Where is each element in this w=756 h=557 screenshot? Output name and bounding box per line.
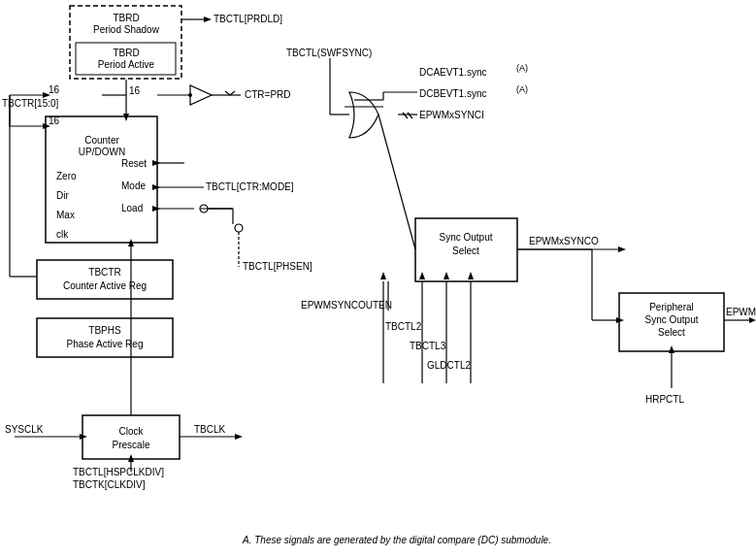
tbctr-signal: TBCTR[15:0] xyxy=(2,98,59,109)
svg-rect-5 xyxy=(37,260,173,299)
diagram-svg: TBRD Period Shadow TBRD Period Active TB… xyxy=(0,0,756,557)
tbphs-sublabel: Phase Active Reg xyxy=(67,339,144,349)
tbrd-active-sublabel: Period Active xyxy=(98,59,155,70)
dcaevt1-label: DCAEVT1.sync xyxy=(419,67,486,78)
reset-label: Reset xyxy=(121,158,147,169)
dcbevt1-superscript: (A) xyxy=(516,84,528,94)
periph-sync-sublabel2: Select xyxy=(658,327,685,338)
svg-line-32 xyxy=(378,115,415,249)
svg-rect-6 xyxy=(37,318,173,357)
svg-marker-51 xyxy=(749,317,756,323)
tbrd-active-label: TBRD xyxy=(113,48,139,58)
zero-label: Zero xyxy=(56,171,77,181)
tbctl3-label: TBCTL3 xyxy=(410,341,446,351)
svg-marker-57 xyxy=(616,317,624,323)
ctrmode-label: TBCTL[CTR:MODE] xyxy=(206,181,294,192)
footnote: A. These signals are generated by the di… xyxy=(242,535,551,545)
hrpctl-label: HRPCTL xyxy=(645,394,684,405)
epwmsyncouten-label: EPWMSYNCOUTEN xyxy=(301,300,392,311)
tbrd-shadow-sublabel: Period Shadow xyxy=(93,24,160,35)
clock-label: Clock xyxy=(118,426,144,437)
svg-rect-7 xyxy=(82,415,180,459)
dir-label: Dir xyxy=(56,190,69,201)
max-label: Max xyxy=(56,210,75,220)
svg-marker-3 xyxy=(204,16,212,22)
svg-marker-61 xyxy=(235,434,243,440)
clock-sublabel: Prescale xyxy=(113,440,150,450)
tbctr-sublabel: Counter Active Reg xyxy=(63,280,147,291)
counter-label: Counter xyxy=(84,135,119,146)
svg-marker-65 xyxy=(128,454,134,462)
epwmxsynco-label: EPWMxSYNCO xyxy=(529,236,599,246)
dcaevt1-superscript: (A) xyxy=(516,63,528,73)
tbrd-shadow-label: TBRD xyxy=(113,13,139,23)
clkdiv-label: TBCTK[CLKDIV] xyxy=(73,479,146,490)
svg-marker-59 xyxy=(80,434,87,440)
epwmxsyncper-label: EPWMxSYNCPER xyxy=(726,307,756,317)
svg-line-29 xyxy=(403,113,408,118)
svg-marker-69 xyxy=(152,206,160,212)
sixteen-label3: 16 xyxy=(49,115,60,126)
svg-point-35 xyxy=(235,224,243,232)
clk-label: clk xyxy=(56,229,69,240)
block-diagram: TBRD Period Shadow TBRD Period Active TB… xyxy=(0,0,756,557)
load-label: Load xyxy=(121,203,143,213)
periph-sync-label: Peripheral xyxy=(649,302,694,312)
prdld-label: TBCTL[PRDLD] xyxy=(214,14,282,24)
epwmxsynci-label: EPWMxSYNCI xyxy=(419,110,484,120)
phsen-label: TBCTL[PHSEN] xyxy=(243,261,312,272)
svg-line-30 xyxy=(408,113,412,118)
tbclk-label: TBCLK xyxy=(194,424,226,435)
counter-sublabel: UP/DOWN xyxy=(79,147,125,157)
swfsync-label: TBCTL(SWFSYNC) xyxy=(286,48,372,58)
svg-marker-43 xyxy=(419,272,425,279)
sixteen-label2: 16 xyxy=(49,84,60,95)
svg-marker-34 xyxy=(152,184,160,190)
svg-marker-17 xyxy=(123,114,129,121)
sync-out-sublabel: Select xyxy=(452,246,479,256)
svg-marker-67 xyxy=(152,160,160,166)
tbctr-label: TBCTR xyxy=(88,267,120,278)
svg-marker-10 xyxy=(190,85,212,105)
gldctl2-label: GLDCTL2 xyxy=(427,360,471,371)
mode-label: Mode xyxy=(121,180,146,191)
hspclkdiv-label: TBCTL[HSPCLKDIV] xyxy=(73,467,164,477)
dcbevt1-label: DCBEVT1.sync xyxy=(419,88,486,99)
svg-marker-41 xyxy=(380,272,386,279)
sync-out-label: Sync Output xyxy=(439,232,492,243)
svg-marker-49 xyxy=(618,246,626,252)
svg-marker-53 xyxy=(669,345,674,353)
sysclk-label: SYSCLK xyxy=(5,424,44,435)
tbctl2-label: TBCTL2 xyxy=(385,321,422,332)
sixteen-label1: 16 xyxy=(129,85,141,96)
svg-marker-47 xyxy=(468,272,474,279)
svg-marker-45 xyxy=(444,272,449,279)
periph-sync-sublabel: Sync Output xyxy=(644,314,698,325)
tbphs-label: TBPHS xyxy=(88,325,121,336)
ctr-prd-label: CTR=PRD xyxy=(245,89,291,100)
